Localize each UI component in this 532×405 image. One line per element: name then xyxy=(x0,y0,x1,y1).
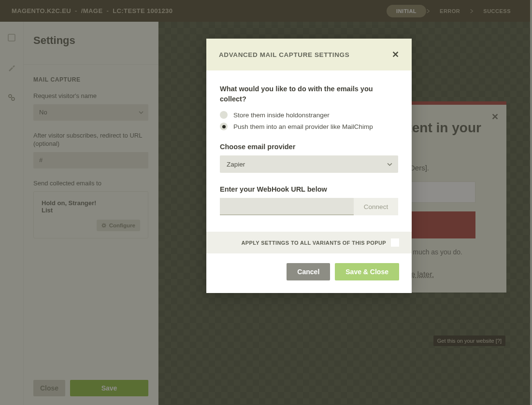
label-choose-provider: Choose email provider xyxy=(220,143,398,151)
modal-title: ADVANCED MAIL CAPTURE SETTINGS xyxy=(219,51,349,58)
modal-advanced-mail-capture: ADVANCED MAIL CAPTURE SETTINGS ✕ What wo… xyxy=(206,39,412,293)
radio-push[interactable]: Push them into an email provider like Ma… xyxy=(220,123,398,130)
radio-icon xyxy=(220,111,228,119)
radio-push-label: Push them into an email provider like Ma… xyxy=(233,123,373,130)
label-webhook: Enter your WebHook URL below xyxy=(220,185,398,193)
modal-close-icon[interactable]: ✕ xyxy=(392,49,399,60)
modal-question: What would you like to do with the email… xyxy=(220,84,398,104)
radio-store-label: Store them inside holdonstranger xyxy=(233,112,330,119)
radio-icon xyxy=(220,123,228,130)
apply-all-label: APPLY SETTINGS TO ALL VARIANTS OF THIS P… xyxy=(241,240,386,246)
connect-button[interactable]: Connect xyxy=(354,198,398,215)
apply-all-checkbox[interactable] xyxy=(391,238,399,247)
select-email-provider[interactable]: Zapier xyxy=(220,155,398,173)
modal-save-button[interactable]: Save & Close xyxy=(335,263,399,280)
select-email-provider-value: Zapier xyxy=(227,161,245,168)
chevron-down-icon xyxy=(387,162,392,167)
input-webhook-url[interactable] xyxy=(220,198,354,215)
apply-all-strip: APPLY SETTINGS TO ALL VARIANTS OF THIS P… xyxy=(206,232,412,253)
modal-cancel-button[interactable]: Cancel xyxy=(287,263,330,280)
radio-store[interactable]: Store them inside holdonstranger xyxy=(220,111,398,119)
